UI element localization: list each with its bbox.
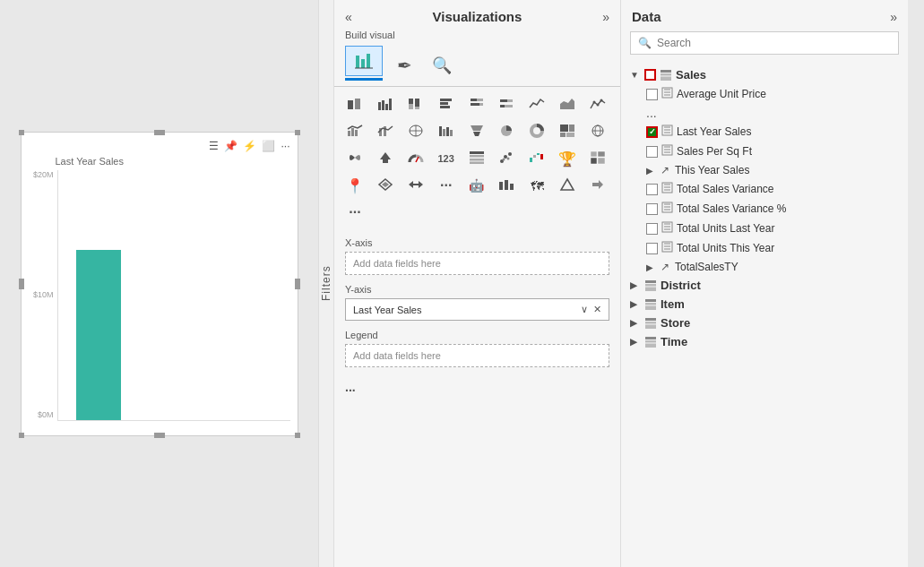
tree-last-year-sales[interactable]: Last Year Sales (621, 122, 908, 142)
tree-total-sales-variance-pct[interactable]: Total Sales Variance % (621, 199, 908, 219)
resize-handle-tl[interactable] (19, 130, 24, 135)
resize-handle-top[interactable] (154, 130, 165, 135)
total-units-this-year-label: Total Units This Year (677, 242, 899, 254)
viz-azure-map[interactable]: 🗺 (523, 173, 550, 198)
viz-shape[interactable] (554, 173, 581, 198)
viz-more-charts[interactable]: ··· (433, 173, 460, 198)
filter-icon[interactable]: ⚡ (243, 140, 256, 152)
checkbox-total-units-this-year[interactable] (646, 243, 658, 254)
viz-bold-arrows[interactable] (584, 173, 611, 198)
svg-rect-76 (510, 184, 514, 190)
pin-icon[interactable]: 📌 (224, 140, 237, 152)
sales-label: Sales (676, 68, 899, 82)
table-icon-time (644, 336, 657, 348)
viz-stacked-bar-h[interactable] (463, 92, 490, 117)
viz-map-pin[interactable]: 📍 (341, 173, 368, 198)
viz-stacked-bar[interactable] (341, 92, 368, 117)
viz-butterfly[interactable] (341, 146, 368, 171)
viz-bar-line[interactable] (372, 119, 399, 144)
viz-scatter[interactable] (493, 146, 520, 171)
data-panel: Data » 🔍 ▼ Sales Average Unit Price ... (621, 0, 908, 567)
viz-bar-small[interactable] (493, 173, 520, 198)
tree-sales[interactable]: ▼ Sales (621, 65, 908, 84)
tree-avg-unit-price[interactable]: Average Unit Price (621, 84, 908, 104)
checkbox-total-sales-variance[interactable] (646, 184, 658, 195)
tree-district[interactable]: ▶ District (621, 276, 908, 295)
viz-100pct-bar-h[interactable] (493, 92, 520, 117)
viz-treemap[interactable] (554, 119, 581, 144)
viz-column2[interactable] (433, 119, 460, 144)
chevron-total-sales-ty: ▶ (646, 262, 657, 272)
viz-donut[interactable] (523, 119, 550, 144)
menu-icon[interactable]: ☰ (209, 140, 219, 152)
tree-item[interactable]: ▶ Item (621, 295, 908, 314)
resize-handle-bl[interactable] (19, 433, 24, 438)
yaxis-filled[interactable]: Last Year Sales ∨ ✕ (345, 298, 609, 321)
viz-area-chart[interactable] (554, 92, 581, 117)
search-input[interactable] (657, 37, 891, 49)
viz-matrix[interactable] (584, 146, 611, 171)
tree-total-sales-ty[interactable]: ▶ ↗ TotalSalesTY (621, 258, 908, 276)
chart-toolbar: ☰ 📌 ⚡ ⬜ ··· (29, 140, 290, 152)
expand-icon[interactable]: ⬜ (262, 140, 275, 152)
viz-trophy[interactable]: 🏆 (554, 146, 581, 171)
total-sales-variance-pct-label: Total Sales Variance % (677, 202, 899, 215)
viz-globe[interactable] (584, 119, 611, 144)
fields-more[interactable]: ... (345, 376, 609, 398)
resize-handle-tr[interactable] (295, 130, 300, 135)
viz-bar-clustered[interactable] (433, 92, 460, 117)
checkbox-last-year-sales[interactable] (646, 126, 658, 138)
viz-diamond[interactable] (372, 173, 399, 198)
tree-store[interactable]: ▶ Store (621, 314, 908, 332)
viz-pie[interactable] (493, 119, 520, 144)
tree-total-units-this-year[interactable]: Total Units This Year (621, 238, 908, 258)
viz-expand-arrow[interactable]: » (602, 10, 609, 24)
filters-label: Filters (320, 266, 332, 302)
district-label: District (661, 279, 899, 292)
checkbox-sales-per-sq[interactable] (646, 146, 658, 158)
resize-handle-right[interactable] (295, 279, 300, 289)
tree-total-units-last-year[interactable]: Total Units Last Year (621, 219, 908, 238)
viz-line-chart[interactable] (523, 92, 550, 117)
more-icon[interactable]: ··· (281, 140, 289, 152)
viz-ai[interactable]: 🤖 (463, 173, 490, 198)
yaxis-remove-icon[interactable]: ✕ (593, 304, 601, 315)
viz-bar-chart-icon[interactable] (345, 46, 383, 81)
data-expand-arrow[interactable]: » (890, 10, 897, 24)
viz-map[interactable] (402, 119, 429, 144)
viz-pen-icon[interactable]: ✒ (388, 50, 420, 81)
viz-100pct-stacked[interactable] (402, 92, 429, 117)
viz-build-visual-label: Build visual (334, 28, 620, 46)
filters-tab[interactable]: Filters (318, 0, 334, 567)
checkbox-total-sales-variance-pct[interactable] (646, 203, 658, 215)
tree-this-year-sales[interactable]: ▶ ↗ This Year Sales (621, 161, 908, 179)
viz-search-icon[interactable]: 🔍 (426, 50, 458, 81)
checkbox-sales[interactable] (644, 69, 656, 81)
checkbox-avg-unit-price[interactable] (646, 89, 658, 100)
tree-sales-per-sq[interactable]: Sales Per Sq Ft (621, 142, 908, 161)
checkbox-total-units-last-year[interactable] (646, 223, 658, 235)
svg-marker-25 (560, 99, 574, 109)
resize-handle-bottom[interactable] (154, 433, 165, 438)
viz-funnel[interactable] (463, 119, 490, 144)
viz-arrows[interactable] (402, 173, 429, 198)
tree-total-sales-variance[interactable]: Total Sales Variance (621, 179, 908, 199)
viz-gauge[interactable] (402, 146, 429, 171)
svg-rect-121 (645, 324, 656, 327)
viz-column-chart[interactable] (372, 92, 399, 117)
yaxis-expand-icon[interactable]: ∨ (581, 304, 588, 315)
resize-handle-left[interactable] (19, 279, 24, 289)
viz-table[interactable] (463, 146, 490, 171)
viz-line2[interactable] (584, 92, 611, 117)
xaxis-drop[interactable]: Add data fields here (345, 252, 609, 275)
legend-drop[interactable]: Add data fields here (345, 344, 609, 367)
tree-time[interactable]: ▶ Time (621, 332, 908, 351)
viz-waterfall[interactable] (523, 146, 550, 171)
viz-combo[interactable] (341, 119, 368, 144)
viz-number[interactable]: 123 (433, 146, 460, 171)
resize-handle-br[interactable] (295, 433, 300, 438)
viz-collapse-arrow[interactable]: « (345, 10, 352, 24)
viz-arrow-up[interactable] (372, 146, 399, 171)
table-icon-store (644, 317, 657, 330)
viz-more2[interactable]: ··· (341, 200, 368, 225)
